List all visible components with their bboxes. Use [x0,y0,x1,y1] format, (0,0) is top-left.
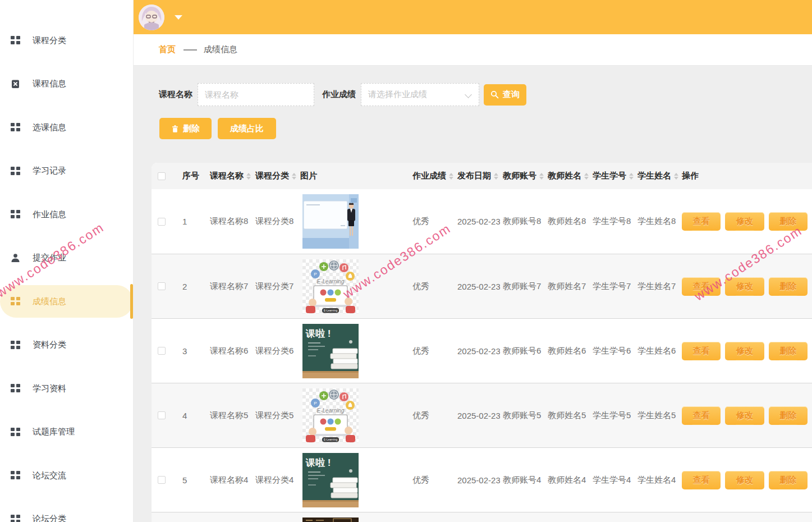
sidebar-scrollbar-thumb[interactable] [130,284,133,319]
table-cell: 课程分类7 [253,281,297,292]
table-cell: 2 [180,282,207,291]
column-header-4: 图片 [297,171,410,181]
score-select[interactable]: 请选择作业成绩 [361,83,479,106]
course-image-cell [297,194,410,249]
row-checkbox[interactable] [158,411,166,419]
column-header-11: 操作 [679,171,812,181]
score-ratio-button-label: 成绩占比 [230,123,264,134]
table-cell: 学生学号6 [590,346,635,356]
sidebar-item-3[interactable]: 选课信息 [0,111,133,144]
classroom-photo [302,194,359,249]
sort-icon[interactable] [674,173,678,180]
sidebar-item-label: 试题库管理 [33,427,75,437]
table-row: 查看修改删除 [152,512,812,522]
table-cell: 2025-02-23 [455,346,500,356]
view-button[interactable]: 查看 [682,212,721,231]
sidebar-item-4[interactable]: 学习记录 [0,155,133,187]
row-actions: 查看修改删除 [679,471,812,489]
sidebar-item-5[interactable]: 作业信息 [0,198,133,231]
view-button[interactable]: 查看 [682,406,721,425]
clipboard-icon [10,79,20,89]
table-cell: 课程分类8 [253,216,297,227]
delete-button[interactable]: 删除 [159,118,212,139]
sidebar-item-1[interactable]: 课程分类 [0,24,133,57]
row-delete-button[interactable]: 删除 [769,471,808,489]
sidebar-item-9[interactable]: 学习资料 [0,372,133,405]
select-all-checkbox[interactable] [158,172,166,180]
column-header-3[interactable]: 课程分类 [253,171,297,181]
edit-button[interactable]: 修改 [725,212,764,231]
sort-icon[interactable] [494,173,498,180]
sort-icon[interactable] [449,173,453,180]
view-button[interactable]: 查看 [682,471,721,489]
table-cell: 课程名称8 [207,216,253,227]
sidebar-item-7[interactable]: 成绩信息 [0,285,133,318]
sidebar-item-2[interactable]: 课程信息 [0,68,133,100]
table-cell: 学生姓名7 [635,281,679,292]
sort-icon[interactable] [292,173,296,180]
breadcrumb-home[interactable]: 首页 [159,44,176,55]
row-actions: 查看修改删除 [679,277,812,296]
table-cell: 教师姓名7 [545,281,590,292]
row-delete-button[interactable]: 删除 [769,342,808,360]
table-cell: 优秀 [410,475,455,486]
column-header-2[interactable]: 课程名称 [207,171,253,181]
course-name-input[interactable] [198,83,314,106]
sort-icon[interactable] [584,173,589,180]
sidebar-item-label: 学习记录 [33,166,66,176]
table-cell: 2025-02-23 [455,217,500,226]
row-actions: 查看修改删除 [679,212,812,231]
avatar-dropdown-caret-icon[interactable] [175,15,182,20]
table-row: 4课程名称5课程分类5PE-LearningE-Learning优秀2025-0… [152,383,812,447]
column-header-8[interactable]: 教师姓名 [545,171,590,181]
sort-icon[interactable] [629,173,634,180]
sidebar-item-10[interactable]: 试题库管理 [0,416,133,448]
sidebar-item-label: 成绩信息 [33,296,66,307]
sidebar-item-label: 选课信息 [33,122,66,133]
view-button[interactable]: 查看 [682,342,721,360]
column-header-6[interactable]: 发布日期 [455,171,500,181]
column-header-5[interactable]: 作业成绩 [410,171,455,181]
table-cell: 2025-02-23 [455,282,500,291]
elearning-illustration: PE-LearningE-Learning [302,388,359,443]
sidebar-item-label: 提交作业 [33,253,66,263]
sidebar-item-label: 课程信息 [33,79,66,89]
row-delete-button[interactable]: 删除 [769,406,808,425]
view-button[interactable]: 查看 [682,277,721,296]
user-avatar[interactable] [139,4,164,30]
svg-text:E-Learning: E-Learning [317,278,345,285]
filter-bar: 课程名称 作业成绩 请选择作业成绩 查询 [159,83,526,106]
score-ratio-button[interactable]: 成绩占比 [218,118,276,139]
row-checkbox[interactable] [158,476,166,484]
row-delete-button[interactable]: 删除 [769,277,808,296]
svg-text:E-Learning: E-Learning [317,407,345,414]
table-cell: 课程分类5 [253,410,297,421]
row-checkbox[interactable] [158,347,166,355]
row-checkbox[interactable] [158,218,166,226]
column-header-9[interactable]: 学生学号 [590,171,635,181]
edit-button[interactable]: 修改 [725,342,764,360]
table-cell: 5 [180,475,207,485]
sidebar-item-label: 论坛交流 [33,470,66,481]
course-image-cell: PE-LearningE-Learning [297,388,410,443]
row-checkbox[interactable] [158,282,166,290]
sort-icon[interactable] [246,173,251,180]
table-cell: 教师账号6 [500,346,545,356]
row-delete-button[interactable]: 删除 [769,212,808,231]
edit-button[interactable]: 修改 [725,277,764,296]
sort-icon[interactable] [539,173,544,180]
table-cell: 4 [180,411,207,420]
sidebar-item-6[interactable]: 提交作业 [0,242,133,274]
table-cell: 学生姓名5 [635,410,679,421]
search-button[interactable]: 查询 [484,84,526,106]
table-cell: 优秀 [410,216,455,227]
sidebar-item-11[interactable]: 论坛交流 [0,459,133,492]
table-cell: 学生学号7 [590,281,635,292]
table-cell: 优秀 [410,346,455,356]
column-header-7[interactable]: 教师账号 [500,171,545,181]
edit-button[interactable]: 修改 [725,471,764,489]
column-header-10[interactable]: 学生姓名 [635,171,679,181]
sidebar-item-8[interactable]: 资料分类 [0,329,133,361]
sidebar-item-12[interactable]: 论坛分类 [0,503,133,522]
edit-button[interactable]: 修改 [725,406,764,425]
